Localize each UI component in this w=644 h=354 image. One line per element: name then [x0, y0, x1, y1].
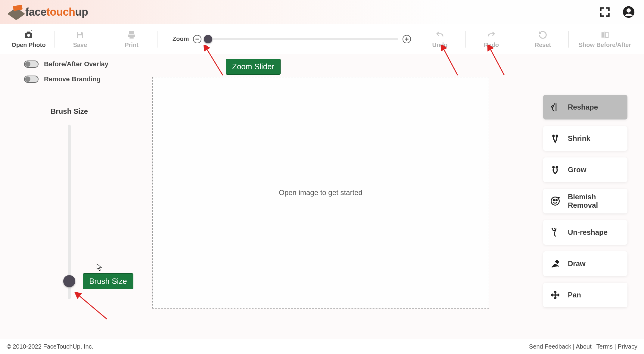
tool-draw[interactable]: Draw [543, 251, 627, 276]
logo-icon [9, 5, 23, 19]
remove-branding-toggle-row: Remove Branding [24, 75, 114, 83]
undo-icon [435, 30, 444, 40]
reshape-icon [550, 102, 561, 113]
tool-grow[interactable]: Grow [543, 157, 627, 182]
svg-rect-9 [606, 32, 608, 38]
shrink-icon [550, 133, 561, 144]
zoom-control: Zoom [173, 35, 411, 43]
save-label: Save [73, 42, 87, 48]
undo-label: Undo [432, 42, 447, 48]
svg-point-17 [556, 200, 557, 201]
svg-point-11 [552, 135, 555, 137]
svg-rect-3 [78, 32, 81, 34]
svg-point-13 [552, 166, 555, 169]
privacy-link[interactable]: Privacy [618, 343, 637, 350]
send-feedback-link[interactable]: Send Feedback [529, 343, 571, 350]
show-before-after-button[interactable]: Show Before/After [575, 27, 635, 51]
redo-button[interactable]: Redo [472, 27, 511, 51]
print-button[interactable]: Print [112, 27, 151, 51]
print-label: Print [125, 42, 138, 48]
svg-point-12 [555, 135, 558, 137]
open-photo-button[interactable]: Open Photo [9, 27, 48, 51]
footer-links: Send Feedback | About | Terms | Privacy [529, 343, 637, 350]
terms-link[interactable]: Terms [596, 343, 613, 350]
svg-point-15 [551, 197, 559, 205]
footer: © 2010-2022 FaceTouchUp, Inc. Send Feedb… [0, 339, 644, 354]
grow-icon [550, 164, 561, 175]
tool-blemish-label: Blemish Removal [568, 193, 621, 210]
before-after-overlay-toggle-row: Before/After Overlay [24, 60, 114, 68]
svg-rect-4 [78, 35, 82, 38]
reset-button[interactable]: Reset [523, 27, 562, 51]
un-reshape-icon [550, 227, 561, 238]
canvas[interactable]: Open image to get started [152, 77, 489, 309]
before-after-overlay-label: Before/After Overlay [44, 60, 108, 68]
brush-size-section: Brush Size [24, 107, 114, 299]
footer-sep: | [571, 343, 576, 350]
reset-label: Reset [535, 42, 551, 48]
redo-label: Redo [484, 42, 499, 48]
footer-sep: | [592, 343, 596, 350]
toolbar-separator [157, 31, 157, 48]
tool-blemish-removal[interactable]: Blemish Removal [543, 189, 627, 213]
logo-text: facetouchup [25, 6, 88, 18]
fullscreen-icon[interactable] [599, 7, 610, 17]
logo-word-touch: touch [46, 6, 75, 18]
tool-draw-label: Draw [568, 259, 586, 268]
toolbar-separator [106, 31, 106, 48]
tool-pan[interactable]: Pan [543, 283, 627, 307]
compare-icon [600, 30, 609, 40]
header: facetouchup [0, 0, 644, 24]
reset-icon [538, 30, 547, 40]
undo-button[interactable]: Undo [420, 27, 459, 51]
svg-point-14 [555, 166, 558, 169]
open-photo-label: Open Photo [11, 42, 45, 48]
svg-point-1 [627, 8, 631, 13]
about-link[interactable]: About [576, 343, 591, 350]
remove-branding-toggle[interactable] [24, 76, 39, 83]
annotation-brush-size: Brush Size [83, 273, 133, 289]
tool-un-reshape-label: Un-reshape [568, 228, 608, 237]
pan-icon [550, 290, 561, 300]
redo-icon [487, 30, 496, 40]
tool-shrink[interactable]: Shrink [543, 126, 627, 151]
save-icon [76, 30, 85, 40]
canvas-placeholder: Open image to get started [279, 188, 362, 197]
logo-word-face: face [25, 6, 46, 18]
zoom-label: Zoom [173, 36, 189, 42]
zoom-slider-thumb[interactable] [204, 35, 212, 43]
save-button[interactable]: Save [61, 27, 100, 51]
svg-rect-8 [602, 32, 604, 38]
svg-point-16 [553, 200, 555, 201]
brush-size-slider[interactable] [68, 125, 71, 299]
zoom-out-button[interactable] [193, 35, 201, 43]
tool-pan-label: Pan [568, 291, 581, 299]
tool-reshape[interactable]: Reshape [543, 95, 627, 120]
tool-palette: Reshape Shrink Grow Blemish Removal Un-r… [543, 95, 627, 307]
account-icon[interactable] [622, 6, 635, 18]
main-area: Before/After Overlay Remove Branding Bru… [0, 54, 644, 339]
before-after-overlay-toggle[interactable] [24, 61, 39, 68]
draw-icon [550, 258, 561, 269]
annotation-zoom-slider: Zoom Slider [226, 59, 281, 75]
toolbar: Open Photo Save Print Zoom [0, 24, 644, 54]
toolbar-separator [414, 31, 414, 48]
toolbar-separator [465, 31, 466, 48]
brush-size-thumb[interactable] [63, 275, 75, 287]
blemish-removal-icon [550, 196, 561, 206]
toolbar-separator [568, 31, 569, 48]
left-panel: Before/After Overlay Remove Branding Bru… [24, 60, 114, 299]
tool-un-reshape[interactable]: Un-reshape [543, 220, 627, 245]
print-icon [127, 30, 136, 40]
logo-word-up: up [75, 6, 88, 18]
tool-shrink-label: Shrink [568, 134, 590, 143]
tool-grow-label: Grow [568, 166, 586, 174]
toolbar-separator [517, 31, 517, 48]
logo[interactable]: facetouchup [9, 5, 88, 19]
toolbar-separator [54, 31, 54, 48]
tool-reshape-label: Reshape [568, 103, 598, 111]
footer-sep: | [613, 343, 618, 350]
svg-point-2 [27, 34, 30, 37]
zoom-slider[interactable] [206, 38, 398, 40]
remove-branding-label: Remove Branding [44, 75, 101, 83]
